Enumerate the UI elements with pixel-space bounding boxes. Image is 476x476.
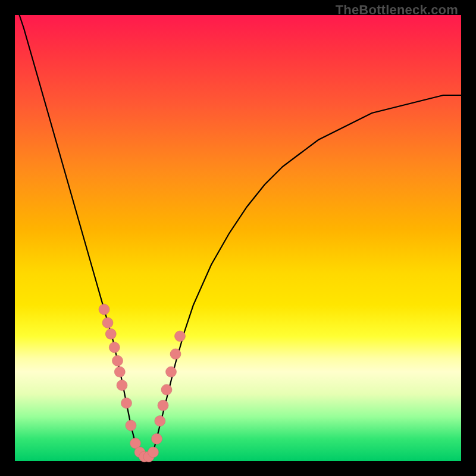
marker-dot — [175, 331, 186, 342]
marker-dot — [166, 367, 177, 377]
marker-dot — [109, 342, 120, 353]
chart-svg — [15, 15, 461, 461]
marker-dot — [102, 318, 113, 328]
marker-dot — [99, 304, 109, 315]
marker-dot — [121, 398, 132, 409]
marker-dot — [170, 349, 181, 359]
marker-dot — [148, 447, 159, 458]
marker-dot — [158, 400, 168, 411]
marker-dot — [161, 384, 172, 395]
bottleneck-curve — [15, 2, 461, 457]
marker-dot — [117, 380, 127, 391]
highlight-markers — [99, 304, 186, 462]
marker-dot — [155, 416, 165, 427]
marker-dot — [105, 328, 116, 339]
watermark-text: TheBottleneck.com — [336, 2, 458, 18]
marker-dot — [114, 367, 125, 377]
marker-dot — [126, 420, 136, 431]
marker-dot — [152, 434, 162, 444]
chart-frame — [15, 15, 461, 461]
marker-dot — [112, 355, 123, 366]
